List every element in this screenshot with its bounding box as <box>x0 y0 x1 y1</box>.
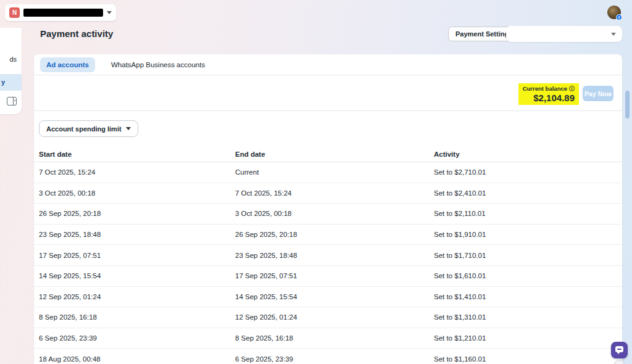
cell-start-date: 26 Sep 2025, 20:18 <box>39 210 235 217</box>
payment-activity-card: Ad accounts WhatsApp Business accounts C… <box>34 54 622 364</box>
current-balance-highlight: Current balance i $2,104.89 <box>518 83 579 105</box>
cell-end-date: 14 Sep 2025, 15:54 <box>235 293 434 300</box>
column-header-end-date: End date <box>235 151 434 158</box>
cell-activity: Set to $1,910.01 <box>434 231 617 238</box>
cell-start-date: 14 Sep 2025, 15:54 <box>39 272 235 279</box>
table-header: Start date End date Activity <box>34 146 622 162</box>
chevron-down-icon <box>126 127 131 130</box>
cell-activity: Set to $1,160.01 <box>434 355 617 363</box>
cell-start-date: 6 Sep 2025, 23:39 <box>39 334 235 342</box>
cell-end-date: 12 Sep 2025, 01:24 <box>235 313 434 321</box>
table-row[interactable]: 12 Sep 2025, 01:24 14 Sep 2025, 15:54 Se… <box>34 287 622 308</box>
table-row[interactable]: 17 Sep 2025, 07:51 23 Sep 2025, 18:48 Se… <box>34 245 622 266</box>
current-balance-amount: $2,104.89 <box>518 93 575 103</box>
tab-bar: Ad accounts WhatsApp Business accounts <box>34 54 622 75</box>
chevron-down-icon <box>107 11 112 14</box>
table-row[interactable]: 23 Sep 2025, 18:48 26 Sep 2025, 20:18 Se… <box>34 225 622 246</box>
cell-start-date: 8 Sep 2025, 16:18 <box>39 313 235 321</box>
table-row[interactable]: 14 Sep 2025, 15:54 17 Sep 2025, 07:51 Se… <box>34 266 622 287</box>
pay-now-button[interactable]: Pay Now <box>583 86 613 101</box>
cell-activity: Set to $1,310.01 <box>434 313 617 321</box>
business-selector[interactable]: N <box>5 4 116 21</box>
cell-end-date: 3 Oct 2025, 00:18 <box>235 210 434 217</box>
tab-ad-accounts[interactable]: Ad accounts <box>40 57 95 72</box>
sidebar-item-payment-activity[interactable]: y <box>0 74 22 91</box>
balance-section: Current balance i $2,104.89 Pay Now <box>34 75 622 111</box>
chat-button[interactable] <box>611 342 628 358</box>
sidebar-item-ads-truncated[interactable]: ds <box>9 56 17 63</box>
info-icon[interactable]: i <box>569 86 575 91</box>
column-header-activity: Activity <box>434 151 617 158</box>
current-balance-text: Current balance <box>523 85 567 92</box>
account-spending-limit-dropdown[interactable]: Account spending limit <box>39 120 138 137</box>
table-row[interactable]: 3 Oct 2025, 00:18 7 Oct 2025, 15:24 Set … <box>34 183 622 204</box>
cell-activity: Set to $2,410.01 <box>434 189 617 197</box>
cell-start-date: 18 Aug 2025, 00:48 <box>39 355 235 363</box>
cell-end-date: 8 Sep 2025, 16:18 <box>235 334 434 342</box>
sidebar: ds y <box>0 28 22 114</box>
cell-activity: Set to $1,410.01 <box>434 293 617 300</box>
cell-start-date: 17 Sep 2025, 07:51 <box>39 252 235 259</box>
sidebar-collapse-icon[interactable] <box>7 97 17 105</box>
cell-start-date: 23 Sep 2025, 18:48 <box>39 231 235 238</box>
cell-activity: Set to $1,610.01 <box>434 272 617 279</box>
account-spending-limit-label: Account spending limit <box>46 125 122 133</box>
cell-start-date: 12 Sep 2025, 01:24 <box>39 293 235 300</box>
tab-whatsapp-business-accounts[interactable]: WhatsApp Business accounts <box>105 57 211 72</box>
filter-row: Account spending limit <box>34 111 622 146</box>
business-badge: N <box>9 7 20 18</box>
cell-end-date: Current <box>235 168 434 176</box>
chat-bubble-icon <box>615 346 623 352</box>
table-row[interactable]: 26 Sep 2025, 20:18 3 Oct 2025, 00:18 Set… <box>34 204 622 225</box>
cell-start-date: 3 Oct 2025, 00:18 <box>39 189 235 197</box>
cell-end-date: 6 Sep 2025, 23:39 <box>235 355 434 363</box>
table-row[interactable]: 7 Oct 2025, 15:24 Current Set to $2,710.… <box>34 162 622 183</box>
cell-activity: Set to $2,710.01 <box>434 168 617 176</box>
cell-end-date: 7 Oct 2025, 15:24 <box>235 189 434 197</box>
avatar[interactable]: f <box>607 6 621 19</box>
account-dropdown[interactable] <box>506 26 622 42</box>
table-row[interactable]: 8 Sep 2025, 16:18 12 Sep 2025, 01:24 Set… <box>34 307 622 328</box>
current-balance-label: Current balance i <box>518 85 575 92</box>
cell-start-date: 7 Oct 2025, 15:24 <box>39 168 235 176</box>
table-row[interactable]: 6 Sep 2025, 23:39 8 Sep 2025, 16:18 Set … <box>34 328 622 349</box>
facebook-badge-icon: f <box>616 14 622 20</box>
cell-end-date: 26 Sep 2025, 20:18 <box>235 231 434 238</box>
column-header-start-date: Start date <box>39 151 235 158</box>
cell-activity: Set to $1,710.01 <box>434 252 617 259</box>
cell-activity: Set to $2,110.01 <box>434 210 617 217</box>
help-button[interactable] <box>614 360 625 364</box>
business-name-redacted <box>23 9 103 17</box>
cell-end-date: 17 Sep 2025, 07:51 <box>235 272 434 279</box>
table-row[interactable]: 18 Aug 2025, 00:48 6 Sep 2025, 23:39 Set… <box>34 349 622 364</box>
scrollbar-thumb[interactable] <box>625 91 630 118</box>
cell-activity: Set to $1,210.01 <box>434 334 617 342</box>
page-title: Payment activity <box>40 28 113 39</box>
cell-end-date: 23 Sep 2025, 18:48 <box>235 252 434 259</box>
chevron-down-icon <box>611 33 616 36</box>
